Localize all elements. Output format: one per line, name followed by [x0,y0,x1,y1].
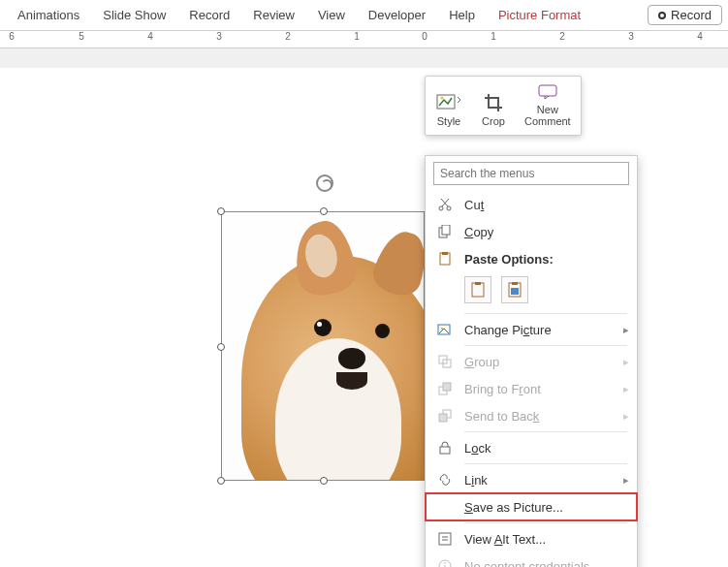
menu-send-to-back: Send to Back ▸ [426,402,637,429]
menu-label: No content credentials [464,559,629,568]
menu-separator [464,313,627,314]
ruler-tick: 3 [216,31,222,42]
tab-slideshow[interactable]: Slide Show [91,2,177,28]
new-comment-label-1: New [537,104,558,115]
mini-toolbar: Style Crop New Comment [425,76,582,136]
resize-handle[interactable] [217,343,225,351]
tab-view[interactable]: View [306,2,357,28]
menu-no-credentials: No content credentials [426,552,637,567]
chevron-right-icon: ▸ [623,410,629,423]
ruler-tick: 4 [697,31,703,42]
record-button-label: Record [671,8,712,22]
svg-rect-11 [472,283,484,297]
ruler-tick: 4 [147,31,153,42]
ruler-tick: 1 [491,31,496,42]
tab-developer[interactable]: Developer [357,2,437,28]
svg-line-6 [441,199,448,206]
bring-front-icon [435,381,455,396]
chevron-right-icon: ▸ [623,383,629,395]
tab-record[interactable]: Record [177,2,241,28]
menu-label: Cut [464,198,629,212]
svg-point-1 [441,97,444,100]
context-menu: Cut Copy Paste Options: Change Picture ▸… [425,155,638,567]
svg-line-5 [442,199,449,206]
menu-search [433,162,629,185]
resize-handle[interactable] [217,477,225,485]
menu-search-input[interactable] [433,162,629,185]
resize-handle[interactable] [217,207,225,215]
tab-picture-format[interactable]: Picture Format [487,2,592,28]
chevron-right-icon: ▸ [623,356,629,368]
menu-bring-to-front: Bring to Front ▸ [426,375,637,402]
ruler-tick: 6 [9,31,15,42]
menu-label: Bring to Front [464,382,623,396]
svg-point-3 [439,206,443,210]
menu-change-picture[interactable]: Change Picture ▸ [426,316,637,343]
ruler-tick: 2 [559,31,565,42]
svg-rect-15 [511,288,519,295]
ruler-tick: 1 [354,31,360,42]
record-button[interactable]: Record [648,5,722,25]
picture-style-icon [436,94,461,111]
alt-text-icon [435,531,455,547]
change-picture-icon [435,322,455,337]
menu-lock[interactable]: Lock [426,434,637,461]
lock-icon [435,440,455,456]
svg-rect-25 [439,533,451,545]
menu-label: Send to Back [464,409,623,424]
dog-image [222,212,424,480]
svg-rect-8 [442,225,450,235]
crop-label: Crop [482,115,505,127]
menu-group: Group ▸ [426,348,637,375]
horizontal-ruler: 6 5 4 3 2 1 0 1 2 3 4 [0,31,728,48]
style-label: Style [437,115,460,127]
comment-icon [538,84,557,100]
selected-picture[interactable] [221,211,425,481]
tab-help[interactable]: Help [437,2,487,28]
group-icon [435,354,455,369]
scissors-icon [435,197,455,212]
new-comment-button[interactable]: New Comment [519,80,577,131]
menu-label: Link [464,473,623,488]
chevron-right-icon: ▸ [623,324,629,336]
info-icon [435,558,455,567]
svg-rect-10 [442,252,448,255]
link-icon [435,472,455,488]
ruler-tick: 3 [628,31,634,42]
menu-view-alt-text[interactable]: View Alt Text... [426,525,637,552]
paste-option-picture[interactable] [501,276,528,303]
menu-label: View Alt Text... [464,532,629,547]
menu-copy[interactable]: Copy [426,218,637,245]
menu-separator [464,463,627,464]
svg-point-30 [444,562,446,564]
menu-label: Group [464,355,623,369]
tab-review[interactable]: Review [241,2,306,28]
send-back-icon [435,408,455,424]
crop-icon [485,94,502,111]
resize-handle[interactable] [320,207,328,215]
menu-separator [464,431,627,432]
svg-rect-12 [475,282,481,285]
paste-options-row [426,272,637,311]
style-button[interactable]: Style [429,80,468,131]
menu-separator [464,345,627,346]
menu-label: Paste Options: [464,252,629,267]
crop-button[interactable]: Crop [474,80,513,131]
clipboard-icon [435,251,455,267]
ruler-tick: 5 [79,31,84,42]
record-dot-icon [658,12,666,19]
menu-link[interactable]: Link ▸ [426,466,637,493]
tab-animations[interactable]: Animations [6,2,91,28]
paste-option-keep-source[interactable] [464,276,491,303]
menu-label: Save as Picture... [464,500,629,515]
svg-rect-2 [539,85,556,96]
resize-handle[interactable] [320,477,328,485]
blank-icon [435,499,455,515]
ruler-tick: 0 [422,31,427,42]
ribbon-tabs: Animations Slide Show Record Review View… [0,0,728,31]
svg-rect-23 [439,414,447,422]
svg-rect-24 [440,447,450,454]
menu-save-as-picture[interactable]: Save as Picture... [426,493,637,520]
rotate-handle[interactable] [316,174,333,192]
menu-cut[interactable]: Cut [426,191,637,218]
